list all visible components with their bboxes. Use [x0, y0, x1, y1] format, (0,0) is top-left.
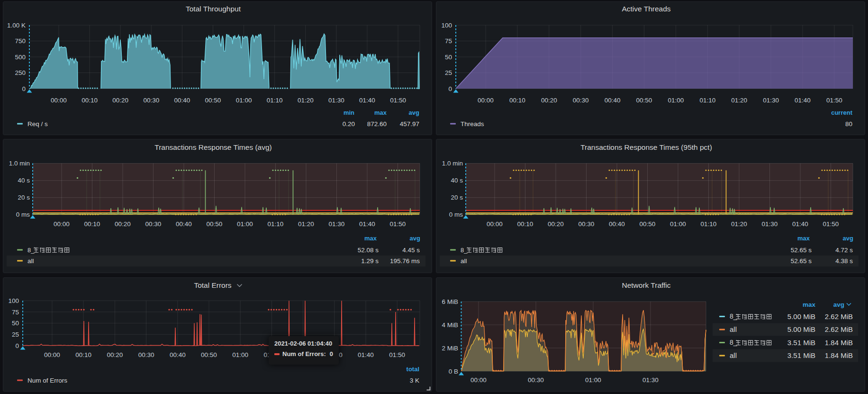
svg-text:0: 0 — [22, 85, 26, 92]
svg-text:00:00: 00:00 — [470, 376, 487, 384]
svg-text:1.0 min: 1.0 min — [442, 160, 463, 167]
svg-text:1.84 MiB: 1.84 MiB — [825, 351, 853, 359]
svg-text:01:30: 01:30 — [329, 220, 345, 228]
svg-text:3.51 MiB: 3.51 MiB — [787, 339, 815, 347]
svg-text:01:50: 01:50 — [826, 97, 842, 104]
svg-text:75: 75 — [445, 37, 452, 45]
svg-text:avg: avg — [410, 235, 420, 242]
svg-text:4 MiB: 4 MiB — [442, 321, 458, 329]
svg-text:0: 0 — [448, 85, 452, 92]
svg-text:Total Errors: Total Errors — [194, 281, 231, 289]
svg-text:4.45 s: 4.45 s — [402, 247, 420, 254]
svg-text:min: min — [344, 109, 354, 116]
svg-text:all: all — [730, 351, 737, 359]
svg-text:01:00: 01:00 — [670, 220, 686, 228]
svg-text:00:10: 00:10 — [517, 220, 533, 228]
svg-text:40 s: 40 s — [451, 177, 463, 184]
svg-text:500: 500 — [15, 54, 26, 61]
svg-text:00:10: 00:10 — [84, 220, 100, 228]
svg-text:01:40: 01:40 — [795, 97, 811, 104]
svg-text:max: max — [803, 301, 816, 308]
svg-text:avg: avg — [833, 301, 844, 308]
svg-text:Total Throughput: Total Throughput — [186, 5, 241, 13]
svg-text:00:40: 00:40 — [605, 97, 621, 104]
svg-text:195.76 ms: 195.76 ms — [390, 257, 420, 265]
svg-text:3 K: 3 K — [410, 377, 419, 384]
svg-text:52.65 s: 52.65 s — [791, 257, 812, 265]
svg-text:all: all — [27, 257, 34, 265]
svg-text:4.72 s: 4.72 s — [835, 247, 853, 254]
svg-text:01:00: 01:00 — [237, 220, 253, 228]
svg-text:2.62 MiB: 2.62 MiB — [825, 312, 853, 321]
svg-text:0 B: 0 B — [449, 368, 458, 375]
svg-text:250: 250 — [15, 69, 26, 76]
svg-text:00:40: 00:40 — [176, 220, 192, 228]
svg-text:01:00: 01:00 — [232, 351, 248, 358]
svg-text:00:00: 00:00 — [51, 97, 67, 104]
svg-text:457.97: 457.97 — [400, 120, 419, 128]
svg-text:00:20: 00:20 — [115, 220, 131, 228]
svg-text:Threads: Threads — [461, 120, 484, 128]
svg-text:01:00: 01:00 — [668, 97, 684, 104]
svg-text:Network Traffic: Network Traffic — [622, 281, 670, 289]
svg-text:1.84 MiB: 1.84 MiB — [825, 339, 853, 347]
svg-text:25: 25 — [12, 331, 19, 338]
svg-text:00:30: 00:30 — [145, 220, 162, 228]
svg-text:01:30: 01:30 — [328, 97, 344, 104]
svg-text:01:30: 01:30 — [762, 220, 778, 228]
svg-text:8_: 8_ — [27, 247, 35, 254]
svg-text:0: 0 — [15, 342, 19, 349]
svg-text:00:20: 00:20 — [541, 97, 557, 104]
svg-text:max: max — [797, 235, 810, 242]
svg-text:0.20: 0.20 — [343, 120, 355, 128]
svg-text:Transactions Response Times (9: Transactions Response Times (95th pct) — [580, 143, 712, 151]
svg-text:00:10: 00:10 — [509, 97, 525, 104]
svg-text:avg: avg — [843, 235, 853, 242]
svg-text:25: 25 — [445, 69, 452, 76]
svg-text:avg: avg — [409, 109, 419, 116]
svg-text:100: 100 — [441, 22, 452, 29]
svg-text:2 MiB: 2 MiB — [442, 345, 458, 352]
svg-text:1.0 min: 1.0 min — [9, 160, 30, 167]
svg-text:0 ms: 0 ms — [449, 211, 463, 218]
svg-text:00:50: 00:50 — [636, 97, 652, 104]
svg-text:50: 50 — [445, 54, 452, 61]
svg-text:20 s: 20 s — [451, 194, 463, 201]
svg-text:00:20: 00:20 — [107, 351, 123, 358]
svg-text:01:00: 01:00 — [236, 97, 252, 104]
svg-text:00:40: 00:40 — [174, 97, 190, 104]
svg-text:8_: 8_ — [461, 247, 468, 254]
svg-text:00:50: 00:50 — [640, 220, 656, 228]
svg-text:01:50: 01:50 — [390, 97, 406, 104]
svg-text:current: current — [831, 109, 852, 116]
svg-text:00:00: 00:00 — [44, 351, 60, 358]
svg-text:3.51 MiB: 3.51 MiB — [787, 351, 815, 359]
svg-text:00:30: 00:30 — [528, 376, 544, 384]
svg-text:max: max — [374, 109, 387, 116]
svg-text:5.00 MiB: 5.00 MiB — [787, 312, 815, 321]
svg-text:1.29 s: 1.29 s — [361, 257, 379, 265]
svg-text:00:20: 00:20 — [548, 220, 564, 228]
svg-text:01:10: 01:10 — [701, 220, 717, 228]
svg-text:80: 80 — [845, 120, 852, 128]
svg-text:Active Threads: Active Threads — [622, 5, 670, 13]
svg-text:00:50: 00:50 — [201, 351, 217, 358]
svg-text:6 MiB: 6 MiB — [442, 298, 458, 305]
svg-text:Transactions Response Times (a: Transactions Response Times (avg) — [154, 143, 272, 151]
svg-text:40 s: 40 s — [18, 177, 30, 184]
svg-text:00:10: 00:10 — [81, 97, 98, 104]
svg-text:01:40: 01:40 — [792, 220, 808, 228]
svg-text:00:00: 00:00 — [478, 97, 494, 104]
svg-text:0 ms: 0 ms — [16, 211, 30, 218]
svg-text:01:10: 01:10 — [267, 97, 283, 104]
svg-text:01:50: 01:50 — [823, 220, 839, 228]
svg-text:01:10: 01:10 — [699, 97, 715, 104]
svg-text:00:50: 00:50 — [205, 97, 221, 104]
svg-text:01:50: 01:50 — [390, 220, 406, 228]
svg-text:00:30: 00:30 — [579, 220, 595, 228]
svg-text:01:10: 01:10 — [268, 220, 284, 228]
svg-text:2.62 MiB: 2.62 MiB — [825, 325, 853, 333]
svg-text:total: total — [407, 366, 419, 373]
svg-text:Num of Errors: Num of Errors — [27, 377, 67, 384]
svg-text:01:20: 01:20 — [298, 220, 314, 228]
